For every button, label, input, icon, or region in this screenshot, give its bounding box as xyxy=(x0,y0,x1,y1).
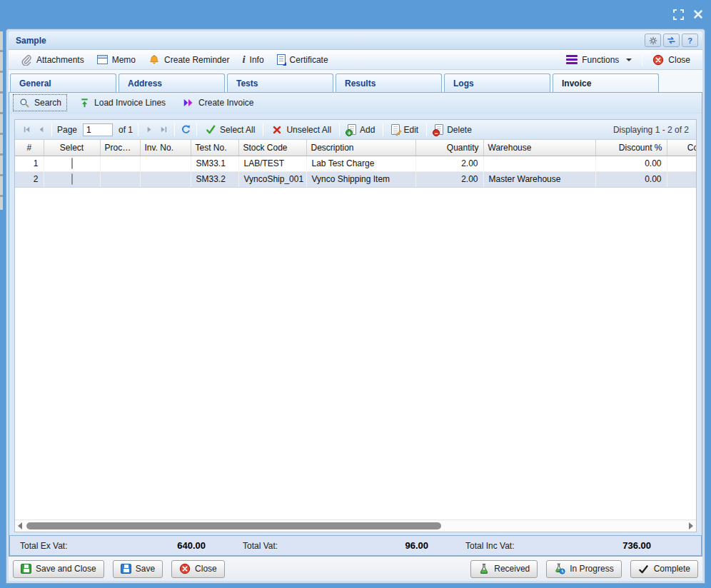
first-page-icon[interactable] xyxy=(19,123,34,137)
load-lines-icon xyxy=(79,97,90,108)
help-button[interactable]: ? xyxy=(682,34,698,47)
column-header[interactable]: Discount % xyxy=(595,140,667,156)
load-invoice-lines-button[interactable]: Load Invoice Lines xyxy=(74,95,171,111)
column-header[interactable]: Cost xyxy=(667,140,696,156)
next-page-icon[interactable] xyxy=(142,123,156,137)
of-label: of 1 xyxy=(117,125,134,135)
refresh-grid-icon[interactable] xyxy=(178,123,193,137)
invoice-lines-table: #SelectProces...Inv. No.Test No.Stock Co… xyxy=(15,140,696,188)
grid-cell xyxy=(100,156,140,171)
column-header[interactable]: Description xyxy=(306,140,415,156)
attachments-button[interactable]: Attachments xyxy=(14,52,91,68)
grid-cell: 0.00 xyxy=(595,156,667,171)
functions-icon xyxy=(566,55,578,64)
horizontal-scrollbar[interactable] xyxy=(15,519,696,532)
chevron-down-icon xyxy=(626,59,632,61)
check-black-icon xyxy=(638,563,650,574)
functions-menu-button[interactable]: Functions xyxy=(560,53,638,67)
tab-tests[interactable]: Tests xyxy=(227,74,333,92)
table-header-row: #SelectProces...Inv. No.Test No.Stock Co… xyxy=(15,140,696,156)
edit-label: Edit xyxy=(403,125,418,135)
background-window-edge xyxy=(0,31,3,210)
tab-logs[interactable]: Logs xyxy=(444,74,550,92)
prev-page-icon[interactable] xyxy=(34,123,48,137)
column-header[interactable]: Test No. xyxy=(191,140,238,156)
info-button[interactable]: i Info xyxy=(236,52,270,67)
x-red-icon xyxy=(271,124,283,136)
save-and-close-label: Save and Close xyxy=(36,564,96,574)
grid-cell xyxy=(100,171,140,187)
column-header[interactable]: Inv. No. xyxy=(140,140,191,156)
search-button[interactable]: Search xyxy=(14,95,66,111)
grid-cell: 2 xyxy=(15,171,44,187)
scroll-left-icon[interactable] xyxy=(18,522,22,529)
last-page-icon[interactable] xyxy=(156,123,171,137)
memo-button[interactable]: Memo xyxy=(91,53,142,67)
in-progress-button[interactable]: In Progress xyxy=(546,560,621,578)
info-label: Info xyxy=(250,55,264,65)
scroll-right-icon[interactable] xyxy=(689,522,693,529)
close-toolbar-button[interactable]: Close xyxy=(646,52,697,68)
unselect-all-label: Unselect All xyxy=(286,125,331,135)
grid-cell xyxy=(140,171,191,187)
certificate-icon xyxy=(277,54,286,65)
close-window-icon[interactable] xyxy=(692,9,704,20)
select-all-button[interactable]: Select All xyxy=(201,123,259,137)
create-reminder-label: Create Reminder xyxy=(164,55,229,65)
add-icon: + xyxy=(348,124,356,135)
grid-cell xyxy=(44,156,100,171)
column-header[interactable]: Proces... xyxy=(100,140,140,156)
scrollbar-track[interactable] xyxy=(26,522,685,529)
invoice-tab-panel: Search Load Invoice Lines xyxy=(9,92,702,557)
grid-cell: 2.00 xyxy=(415,156,483,171)
edit-icon xyxy=(391,124,400,135)
grid-cell: Master Warehouse xyxy=(483,171,595,187)
row-select-checkbox[interactable] xyxy=(71,173,73,185)
scrollbar-thumb[interactable] xyxy=(26,522,441,529)
page-input[interactable] xyxy=(83,123,113,136)
close-label: Close xyxy=(195,564,217,574)
add-button[interactable]: + Add xyxy=(343,123,379,136)
total-vat-value: 96.00 xyxy=(405,540,428,551)
edit-button[interactable]: Edit xyxy=(387,123,423,136)
column-header[interactable]: Quantity xyxy=(415,140,483,156)
complete-button[interactable]: Complete xyxy=(630,560,698,578)
create-invoice-button[interactable]: Create Invoice xyxy=(178,95,258,111)
column-header[interactable]: Warehouse xyxy=(483,140,595,156)
total-vat-label: Total Vat: xyxy=(243,541,278,551)
footer-button-bar: Save and Close Save Close xyxy=(9,557,702,581)
total-ex-vat-value: 640.00 xyxy=(177,540,206,551)
unselect-all-button[interactable]: Unselect All xyxy=(267,123,336,137)
search-label: Search xyxy=(34,98,61,108)
create-reminder-button[interactable]: Create Reminder xyxy=(142,52,236,68)
tab-address[interactable]: Address xyxy=(118,74,225,92)
column-header[interactable]: # xyxy=(15,140,44,156)
tab-invoice[interactable]: Invoice xyxy=(553,74,659,92)
row-select-checkbox[interactable] xyxy=(71,158,73,169)
tab-results[interactable]: Results xyxy=(336,74,442,92)
certificate-button[interactable]: Certificate xyxy=(271,52,335,67)
received-button[interactable]: Received xyxy=(470,560,538,578)
column-header[interactable]: Stock Code xyxy=(238,140,306,156)
close-button[interactable]: Close xyxy=(171,560,225,578)
select-all-label: Select All xyxy=(220,125,255,135)
delete-button[interactable]: − Delete xyxy=(430,123,476,136)
delete-icon: − xyxy=(435,124,443,135)
tab-general[interactable]: General xyxy=(10,74,116,92)
grid-cell: Lab Test Charge xyxy=(306,156,415,171)
memo-icon xyxy=(97,55,108,64)
save-green-icon xyxy=(21,564,31,574)
save-label: Save xyxy=(136,564,155,574)
settings-gear-button[interactable] xyxy=(645,34,661,47)
save-and-close-button[interactable]: Save and Close xyxy=(13,560,104,578)
dialog-title: Sample xyxy=(16,36,642,46)
table-row[interactable]: 2SM33.2VyncoShip_001Vynco Shipping Item2… xyxy=(15,171,696,187)
column-header[interactable]: Select xyxy=(44,140,100,156)
grid-cell xyxy=(667,171,696,187)
grid-cell: 0.00 xyxy=(595,171,667,187)
save-button[interactable]: Save xyxy=(113,560,163,578)
table-row[interactable]: 1SM33.1LAB/TESTLab Test Charge2.000.00 xyxy=(15,156,696,171)
info-icon: i xyxy=(242,54,245,65)
refresh-window-button[interactable] xyxy=(663,34,680,47)
maximize-icon[interactable] xyxy=(673,9,684,20)
